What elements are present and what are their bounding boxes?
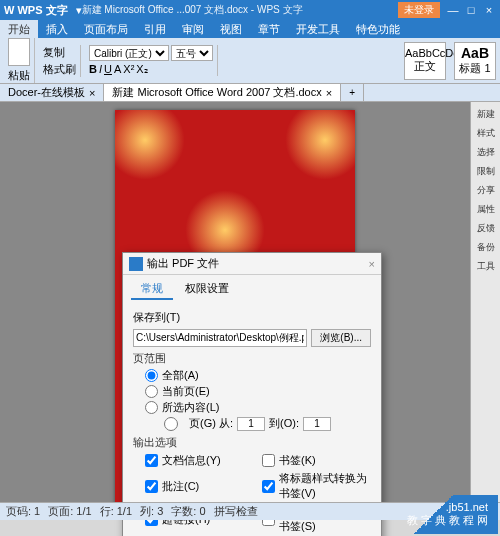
maximize-button[interactable]: □ [464, 4, 478, 16]
menu-tab-layout[interactable]: 页面布局 [76, 20, 136, 38]
doctab-docer[interactable]: Docer-在线模板× [0, 84, 104, 101]
chk-title2bm[interactable]: 将标题样式转换为书签(V) [262, 471, 371, 501]
doc-title: 新建 Microsoft Office ...007 文档.docx - WPS… [82, 3, 398, 17]
italic-button[interactable]: I [99, 63, 102, 76]
menu-tab-ref[interactable]: 引用 [136, 20, 174, 38]
page-from-input[interactable] [237, 417, 265, 431]
menu-tab-review[interactable]: 审阅 [174, 20, 212, 38]
menu-tab-view[interactable]: 视图 [212, 20, 250, 38]
status-page: 页码: 1 [6, 504, 40, 519]
doctab-current[interactable]: 新建 Microsoft Office Word 2007 文档.docx× [104, 84, 341, 101]
copy-button[interactable]: 复制 [43, 45, 76, 60]
export-pdf-dialog: 输出 PDF 文件 × 常规 权限设置 保存到(T) 浏览(B)... 页范围 … [122, 252, 382, 536]
status-line: 行: 1/1 [100, 504, 132, 519]
menu-tab-section[interactable]: 章节 [250, 20, 288, 38]
sidebar-style[interactable]: 样式 [475, 127, 497, 140]
status-col: 列: 3 [140, 504, 163, 519]
close-icon[interactable]: × [89, 87, 95, 99]
menu-tab-dev[interactable]: 开发工具 [288, 20, 348, 38]
close-icon[interactable]: × [326, 87, 332, 99]
menu-bar: 开始 插入 页面布局 引用 审阅 视图 章节 开发工具 特色功能 [0, 20, 500, 38]
style-normal[interactable]: AaBbCcDd正文 [404, 42, 446, 80]
sub-button[interactable]: X₂ [136, 63, 147, 76]
paste-label: 粘贴 [8, 68, 30, 83]
strike-button[interactable]: A [114, 63, 121, 76]
status-pagecnt: 页面: 1/1 [48, 504, 91, 519]
page-to-label: 到(O): [269, 416, 299, 431]
font-select[interactable]: Calibri (正文) [89, 45, 169, 61]
painter-button[interactable]: 格式刷 [43, 62, 76, 77]
save-label: 保存到(T) [133, 310, 180, 325]
bold-button[interactable]: B [89, 63, 97, 76]
range-pages-label: 页(G) 从: [189, 416, 233, 431]
sidebar-feedback[interactable]: 反馈 [475, 222, 497, 235]
close-button[interactable]: × [482, 4, 496, 16]
underline-button[interactable]: U [104, 63, 112, 76]
save-path-input[interactable] [133, 329, 307, 347]
status-spell[interactable]: 拼写检查 [214, 504, 258, 519]
range-title: 页范围 [133, 351, 371, 366]
range-all[interactable]: 全部(A) [145, 368, 371, 383]
dialog-tab-general[interactable]: 常规 [131, 279, 173, 300]
chk-bookmark[interactable]: 书签(K) [262, 453, 371, 468]
dialog-title: 输出 PDF 文件 [147, 256, 219, 271]
status-chars: 字数: 0 [171, 504, 205, 519]
page-to-input[interactable] [303, 417, 331, 431]
paste-button[interactable] [8, 38, 30, 66]
range-current[interactable]: 当前页(E) [145, 384, 371, 399]
minimize-button[interactable]: — [446, 4, 460, 16]
sidebar-backup[interactable]: 备份 [475, 241, 497, 254]
menu-tab-insert[interactable]: 插入 [38, 20, 76, 38]
range-pages-radio[interactable] [157, 417, 185, 431]
login-status[interactable]: 未登录 [398, 2, 440, 18]
dialog-close-button[interactable]: × [369, 258, 375, 270]
size-select[interactable]: 五号 [171, 45, 213, 61]
style-h1[interactable]: AaB标题 1 [454, 42, 496, 80]
range-selected[interactable]: 所选内容(L) [145, 400, 371, 415]
out-title: 输出选项 [133, 435, 371, 450]
app-title: W WPS 文字 [4, 3, 68, 18]
ribbon: 粘贴 复制 格式刷 Calibri (正文) 五号 B I U A X² X₂ … [0, 38, 500, 84]
menu-tab-start[interactable]: 开始 [0, 20, 38, 38]
doctab-add[interactable]: + [341, 84, 364, 101]
right-sidebar: 新建 样式 选择 限制 分享 属性 反馈 备份 工具 [470, 102, 500, 512]
sidebar-props[interactable]: 属性 [475, 203, 497, 216]
sidebar-tools[interactable]: 工具 [475, 260, 497, 273]
menu-tab-feature[interactable]: 特色功能 [348, 20, 408, 38]
dialog-tab-perm[interactable]: 权限设置 [175, 279, 239, 300]
chk-comment[interactable]: 批注(C) [145, 471, 254, 501]
dialog-icon [129, 257, 143, 271]
super-button[interactable]: X² [123, 63, 134, 76]
sidebar-share[interactable]: 分享 [475, 184, 497, 197]
sidebar-restrict[interactable]: 限制 [475, 165, 497, 178]
browse-button[interactable]: 浏览(B)... [311, 329, 371, 347]
sidebar-select[interactable]: 选择 [475, 146, 497, 159]
sidebar-new[interactable]: 新建 [475, 108, 497, 121]
chk-docinfo[interactable]: 文档信息(Y) [145, 453, 254, 468]
watermark: .jb51.net 教 字 典 教 程 网 [397, 495, 498, 534]
